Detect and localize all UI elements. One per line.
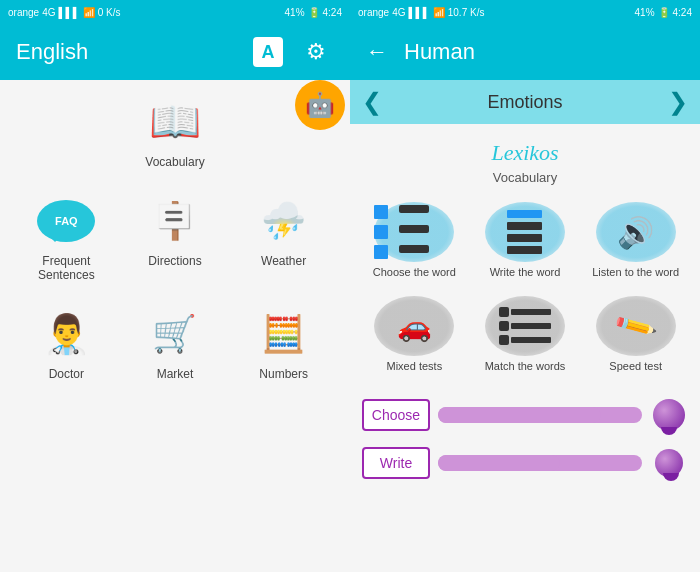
market-label: Market	[157, 367, 194, 381]
right-battery-icon: 🔋	[658, 7, 670, 18]
mixed-tests-icon: 🚗	[374, 297, 454, 355]
status-bar-right: orange 4G ▌▌▌ 📶 10.7 K/s 41% 🔋 4:24	[350, 0, 700, 24]
right-signal-bars: ▌▌▌	[408, 7, 429, 18]
lexikos-logo: Lexikos	[491, 140, 558, 166]
right-panel: orange 4G ▌▌▌ 📶 10.7 K/s 41% 🔋 4:24 ← Hu…	[350, 0, 700, 572]
write-word-icon	[485, 203, 565, 261]
right-carrier-info: orange 4G ▌▌▌ 📶 10.7 K/s	[358, 7, 484, 18]
carrier-info: orange 4G ▌▌▌ 📶 0 K/s	[8, 7, 121, 18]
back-button[interactable]: ←	[366, 39, 388, 65]
write-word-item[interactable]: Write the word	[473, 197, 578, 285]
choose-word-icon	[374, 203, 454, 261]
directions-item[interactable]: 🪧 Directions	[125, 185, 226, 290]
choose-progress-bar	[438, 407, 642, 423]
speed-test-item[interactable]: ✏️ Speed test	[583, 291, 688, 379]
vocabulary-section[interactable]: Lexikos Vocabulary	[362, 132, 688, 197]
header-right: ← Human	[350, 24, 700, 80]
match-words-item[interactable]: Match the words	[473, 291, 578, 379]
test-grid: Choose the word	[362, 197, 688, 380]
choose-avatar	[650, 396, 688, 434]
wifi-icon: 📶	[83, 7, 95, 18]
listen-word-label: Listen to the word	[592, 265, 679, 279]
font-size-button[interactable]: A	[250, 34, 286, 70]
write-progress-fill	[438, 455, 560, 471]
left-panel: orange 4G ▌▌▌ 📶 0 K/s 41% 🔋 4:24 English…	[0, 0, 350, 572]
emotions-navigation: ❮ Emotions ❯	[350, 80, 700, 124]
time-display: 4:24	[323, 7, 342, 18]
header-actions: A ⚙	[250, 34, 334, 70]
right-content: Lexikos Vocabulary	[350, 124, 700, 572]
book-icon: 📖	[140, 94, 210, 149]
listen-word-item[interactable]: 🔊 Listen to the word	[583, 197, 688, 285]
cloud-icon: ⛈️	[249, 193, 319, 248]
vocabulary-sub-label: Vocabulary	[493, 170, 557, 185]
battery-pct: 41%	[285, 7, 305, 18]
weather-item[interactable]: ⛈️ Weather	[233, 185, 334, 290]
mixed-tests-label: Mixed tests	[387, 359, 443, 373]
category-title: Emotions	[487, 92, 562, 113]
write-progress-bar	[438, 455, 642, 471]
choose-word-item[interactable]: Choose the word	[362, 197, 467, 285]
doctor-label: Doctor	[49, 367, 84, 381]
signal-bars: ▌▌▌	[58, 7, 79, 18]
right-data-speed: 10.7 K/s	[448, 7, 485, 18]
next-arrow[interactable]: ❯	[668, 88, 688, 116]
signpost-icon: 🪧	[140, 193, 210, 248]
directions-label: Directions	[148, 254, 201, 268]
weather-label: Weather	[261, 254, 306, 268]
vocabulary-label: Vocabulary	[145, 155, 204, 169]
settings-button[interactable]: ⚙	[298, 34, 334, 70]
shopping-cart-icon: 🛒	[140, 306, 210, 361]
choose-progress-fill	[438, 407, 601, 423]
network-type: 4G	[42, 7, 55, 18]
battery-time: 41% 🔋 4:24	[285, 7, 342, 18]
carrier-name: orange	[8, 7, 39, 18]
right-battery-pct: 41%	[635, 7, 655, 18]
right-time-display: 4:24	[673, 7, 692, 18]
section-title: Human	[404, 39, 475, 65]
prev-arrow[interactable]: ❮	[362, 88, 382, 116]
purple-orb-choose	[653, 399, 685, 431]
write-avatar	[650, 444, 688, 482]
right-battery-time: 41% 🔋 4:24	[635, 7, 692, 18]
write-word-label: Write the word	[490, 265, 561, 279]
speed-test-label: Speed test	[609, 359, 662, 373]
mixed-tests-item[interactable]: 🚗 Mixed tests	[362, 291, 467, 379]
doctor-item[interactable]: 👨‍⚕️ Doctor	[16, 298, 117, 389]
right-network-type: 4G	[392, 7, 405, 18]
data-speed: 0 K/s	[98, 7, 121, 18]
numbers-item[interactable]: 🧮 Numbers	[233, 298, 334, 389]
battery-icon: 🔋	[308, 7, 320, 18]
match-words-label: Match the words	[485, 359, 566, 373]
abacus-icon: 🧮	[249, 306, 319, 361]
robot-avatar: 🤖	[295, 80, 345, 130]
listen-word-icon: 🔊	[596, 203, 676, 261]
speed-test-icon: ✏️	[596, 297, 676, 355]
font-icon: A	[253, 37, 283, 67]
choose-button[interactable]: Choose	[362, 399, 430, 431]
header-left: English A ⚙	[0, 24, 350, 80]
gear-icon: ⚙	[306, 39, 326, 65]
frequent-sentences-label: Frequent Sentences	[20, 254, 113, 282]
app-title: English	[16, 39, 88, 65]
match-words-icon	[485, 297, 565, 355]
right-wifi-icon: 📶	[433, 7, 445, 18]
purple-orb-write	[655, 449, 683, 477]
choose-word-label: Choose the word	[373, 265, 456, 279]
speech-bubble-icon: FAQ	[31, 193, 101, 248]
right-carrier-name: orange	[358, 7, 389, 18]
progress-section: Choose Write	[362, 392, 688, 496]
market-item[interactable]: 🛒 Market	[125, 298, 226, 389]
numbers-label: Numbers	[259, 367, 308, 381]
category-grid: FAQ Frequent Sentences 🪧 Directions ⛈️	[0, 177, 350, 397]
write-progress-row: Write	[362, 444, 688, 482]
choose-progress-row: Choose	[362, 396, 688, 434]
status-bar-left: orange 4G ▌▌▌ 📶 0 K/s 41% 🔋 4:24	[0, 0, 350, 24]
doctor-icon: 👨‍⚕️	[31, 306, 101, 361]
frequent-sentences-item[interactable]: FAQ Frequent Sentences	[16, 185, 117, 290]
write-button[interactable]: Write	[362, 447, 430, 479]
